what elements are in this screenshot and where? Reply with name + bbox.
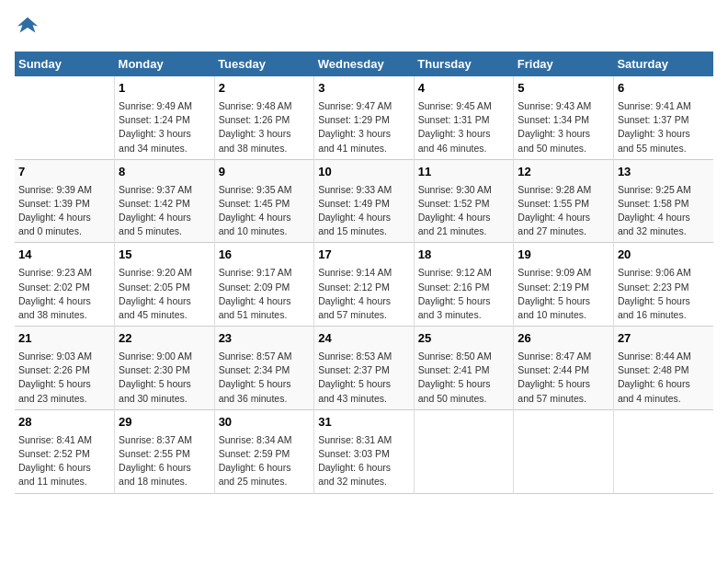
calendar-cell: 9Sunrise: 9:35 AM Sunset: 1:45 PM Daylig… <box>214 159 314 243</box>
calendar-cell: 28Sunrise: 8:41 AM Sunset: 2:52 PM Dayli… <box>15 409 115 493</box>
day-number: 17 <box>318 247 410 264</box>
day-number: 28 <box>18 414 110 431</box>
calendar-cell: 1Sunrise: 9:49 AM Sunset: 1:24 PM Daylig… <box>115 76 215 159</box>
day-number: 30 <box>219 414 311 431</box>
day-info: Sunrise: 9:14 AM Sunset: 2:12 PM Dayligh… <box>318 266 410 322</box>
calendar-cell: 18Sunrise: 9:12 AM Sunset: 2:16 PM Dayli… <box>414 243 514 327</box>
calendar-cell: 15Sunrise: 9:20 AM Sunset: 2:05 PM Dayli… <box>115 243 215 327</box>
weekday-header: Thursday <box>414 52 514 76</box>
calendar-cell: 26Sunrise: 8:47 AM Sunset: 2:44 PM Dayli… <box>514 327 614 410</box>
calendar-cell: 17Sunrise: 9:14 AM Sunset: 2:12 PM Dayli… <box>314 243 415 327</box>
calendar-cell: 14Sunrise: 9:23 AM Sunset: 2:02 PM Dayli… <box>15 243 115 327</box>
day-number: 25 <box>418 330 510 348</box>
calendar-week-row: 14Sunrise: 9:23 AM Sunset: 2:02 PM Dayli… <box>15 243 713 327</box>
day-info: Sunrise: 9:17 AM Sunset: 2:09 PM Dayligh… <box>219 266 311 322</box>
day-number: 14 <box>18 247 110 264</box>
calendar-cell: 2Sunrise: 9:48 AM Sunset: 1:26 PM Daylig… <box>214 76 314 159</box>
calendar-header-row: SundayMondayTuesdayWednesdayThursdayFrid… <box>15 52 713 76</box>
logo-icon <box>15 15 40 40</box>
day-number: 27 <box>618 330 710 348</box>
calendar-cell: 22Sunrise: 9:00 AM Sunset: 2:30 PM Dayli… <box>115 327 215 410</box>
weekday-header: Wednesday <box>314 52 415 76</box>
day-number: 24 <box>318 330 410 348</box>
svg-marker-0 <box>17 17 38 33</box>
calendar-cell: 25Sunrise: 8:50 AM Sunset: 2:41 PM Dayli… <box>414 327 514 410</box>
calendar-cell: 4Sunrise: 9:45 AM Sunset: 1:31 PM Daylig… <box>414 76 514 159</box>
day-number: 9 <box>219 164 311 181</box>
day-number: 18 <box>418 247 510 264</box>
day-info: Sunrise: 9:30 AM Sunset: 1:52 PM Dayligh… <box>418 183 510 239</box>
weekday-header: Tuesday <box>214 52 314 76</box>
day-info: Sunrise: 9:37 AM Sunset: 1:42 PM Dayligh… <box>119 183 210 239</box>
day-number: 11 <box>418 164 510 181</box>
calendar-cell <box>414 409 514 493</box>
day-info: Sunrise: 9:41 AM Sunset: 1:37 PM Dayligh… <box>618 99 710 155</box>
day-info: Sunrise: 8:41 AM Sunset: 2:52 PM Dayligh… <box>18 433 110 489</box>
day-number: 2 <box>219 80 311 98</box>
calendar-cell: 27Sunrise: 8:44 AM Sunset: 2:48 PM Dayli… <box>613 327 713 410</box>
day-info: Sunrise: 9:00 AM Sunset: 2:30 PM Dayligh… <box>119 350 210 406</box>
day-info: Sunrise: 8:47 AM Sunset: 2:44 PM Dayligh… <box>518 350 609 406</box>
calendar-cell: 23Sunrise: 8:57 AM Sunset: 2:34 PM Dayli… <box>214 327 314 410</box>
calendar-cell: 6Sunrise: 9:41 AM Sunset: 1:37 PM Daylig… <box>613 76 713 159</box>
day-number: 5 <box>518 80 609 98</box>
calendar-cell: 20Sunrise: 9:06 AM Sunset: 2:23 PM Dayli… <box>613 243 713 327</box>
calendar-cell <box>15 76 115 159</box>
day-info: Sunrise: 8:53 AM Sunset: 2:37 PM Dayligh… <box>318 350 410 406</box>
day-info: Sunrise: 9:20 AM Sunset: 2:05 PM Dayligh… <box>119 266 210 322</box>
day-info: Sunrise: 9:43 AM Sunset: 1:34 PM Dayligh… <box>518 99 609 155</box>
day-number: 20 <box>618 247 710 264</box>
calendar-cell: 8Sunrise: 9:37 AM Sunset: 1:42 PM Daylig… <box>115 159 215 243</box>
day-number: 8 <box>119 164 210 181</box>
day-info: Sunrise: 9:06 AM Sunset: 2:23 PM Dayligh… <box>618 266 710 322</box>
day-info: Sunrise: 9:33 AM Sunset: 1:49 PM Dayligh… <box>318 183 410 239</box>
calendar-cell: 5Sunrise: 9:43 AM Sunset: 1:34 PM Daylig… <box>514 76 614 159</box>
weekday-header: Friday <box>514 52 614 76</box>
calendar-cell: 11Sunrise: 9:30 AM Sunset: 1:52 PM Dayli… <box>414 159 514 243</box>
day-number: 1 <box>119 80 210 98</box>
day-info: Sunrise: 9:28 AM Sunset: 1:55 PM Dayligh… <box>518 183 609 239</box>
day-number: 16 <box>219 247 311 264</box>
day-number: 26 <box>518 330 609 348</box>
day-info: Sunrise: 9:09 AM Sunset: 2:19 PM Dayligh… <box>518 266 609 322</box>
day-info: Sunrise: 9:23 AM Sunset: 2:02 PM Dayligh… <box>18 266 110 322</box>
day-number: 13 <box>618 164 710 181</box>
calendar-cell: 19Sunrise: 9:09 AM Sunset: 2:19 PM Dayli… <box>514 243 614 327</box>
day-info: Sunrise: 8:31 AM Sunset: 3:03 PM Dayligh… <box>318 433 410 489</box>
calendar-week-row: 7Sunrise: 9:39 AM Sunset: 1:39 PM Daylig… <box>15 159 713 243</box>
calendar-cell: 31Sunrise: 8:31 AM Sunset: 3:03 PM Dayli… <box>314 409 415 493</box>
calendar-cell: 21Sunrise: 9:03 AM Sunset: 2:26 PM Dayli… <box>15 327 115 410</box>
calendar-table: SundayMondayTuesdayWednesdayThursdayFrid… <box>15 52 713 494</box>
day-info: Sunrise: 9:12 AM Sunset: 2:16 PM Dayligh… <box>418 266 510 322</box>
day-number: 7 <box>18 164 110 181</box>
weekday-header: Saturday <box>613 52 713 76</box>
weekday-header: Sunday <box>15 52 115 76</box>
calendar-cell: 12Sunrise: 9:28 AM Sunset: 1:55 PM Dayli… <box>514 159 614 243</box>
day-info: Sunrise: 8:44 AM Sunset: 2:48 PM Dayligh… <box>618 350 710 406</box>
day-info: Sunrise: 9:25 AM Sunset: 1:58 PM Dayligh… <box>618 183 710 239</box>
day-number: 21 <box>18 330 110 348</box>
calendar-cell <box>613 409 713 493</box>
day-number: 3 <box>318 80 410 98</box>
calendar-week-row: 28Sunrise: 8:41 AM Sunset: 2:52 PM Dayli… <box>15 409 713 493</box>
calendar-week-row: 21Sunrise: 9:03 AM Sunset: 2:26 PM Dayli… <box>15 327 713 410</box>
day-info: Sunrise: 8:50 AM Sunset: 2:41 PM Dayligh… <box>418 350 510 406</box>
day-info: Sunrise: 9:48 AM Sunset: 1:26 PM Dayligh… <box>219 99 311 155</box>
calendar-cell: 30Sunrise: 8:34 AM Sunset: 2:59 PM Dayli… <box>214 409 314 493</box>
day-number: 6 <box>618 80 710 98</box>
day-number: 15 <box>119 247 210 264</box>
calendar-cell: 13Sunrise: 9:25 AM Sunset: 1:58 PM Dayli… <box>613 159 713 243</box>
day-number: 31 <box>318 414 410 431</box>
calendar-cell: 3Sunrise: 9:47 AM Sunset: 1:29 PM Daylig… <box>314 76 415 159</box>
calendar-cell: 16Sunrise: 9:17 AM Sunset: 2:09 PM Dayli… <box>214 243 314 327</box>
day-number: 10 <box>318 164 410 181</box>
calendar-cell: 7Sunrise: 9:39 AM Sunset: 1:39 PM Daylig… <box>15 159 115 243</box>
day-info: Sunrise: 9:47 AM Sunset: 1:29 PM Dayligh… <box>318 99 410 155</box>
day-number: 29 <box>119 414 210 431</box>
calendar-cell: 24Sunrise: 8:53 AM Sunset: 2:37 PM Dayli… <box>314 327 415 410</box>
day-info: Sunrise: 9:35 AM Sunset: 1:45 PM Dayligh… <box>219 183 311 239</box>
logo <box>15 15 44 40</box>
day-info: Sunrise: 9:45 AM Sunset: 1:31 PM Dayligh… <box>418 99 510 155</box>
day-number: 22 <box>119 330 210 348</box>
day-info: Sunrise: 9:39 AM Sunset: 1:39 PM Dayligh… <box>18 183 110 239</box>
